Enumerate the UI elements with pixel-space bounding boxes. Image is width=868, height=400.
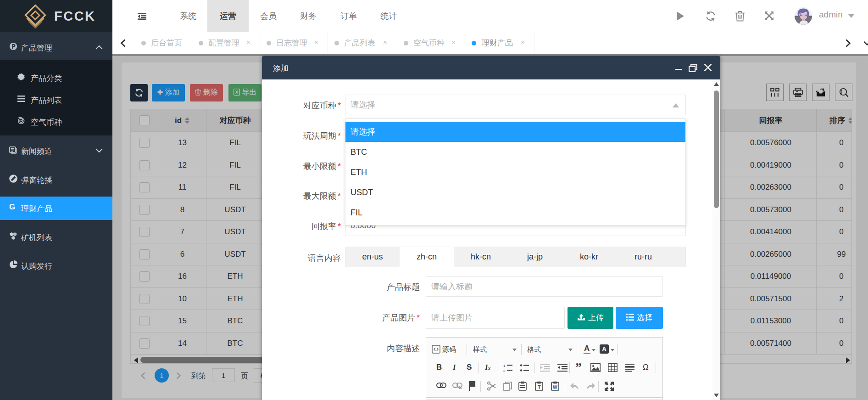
svg-text:W: W — [553, 385, 557, 390]
svg-text:T: T — [538, 384, 541, 390]
svg-text:1: 1 — [503, 364, 506, 368]
svg-text:2: 2 — [503, 369, 506, 372]
